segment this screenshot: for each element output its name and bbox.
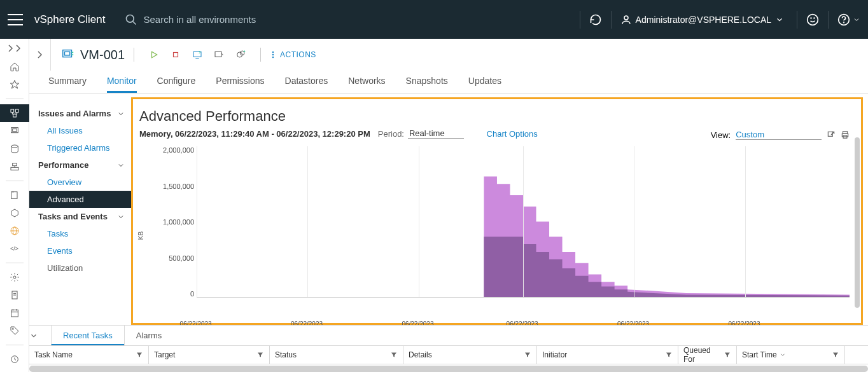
power-on-button[interactable] — [147, 48, 161, 62]
snapshot-button[interactable] — [234, 48, 248, 62]
svg-point-17 — [11, 145, 18, 148]
rail-global-icon[interactable] — [0, 222, 29, 240]
rail-network-icon[interactable] — [0, 158, 29, 176]
tab-summary[interactable]: Summary — [48, 76, 87, 93]
tree-item-utilization[interactable]: Utilization — [29, 259, 131, 277]
user-menu[interactable]: Administrator@VSPHERE.LOCAL — [620, 14, 788, 25]
tree-group[interactable]: Issues and Alarms — [29, 105, 131, 122]
refresh-button[interactable] — [589, 13, 602, 26]
svg-point-2 — [624, 16, 628, 20]
filter-icon[interactable] — [724, 351, 731, 359]
svg-marker-8 — [10, 80, 18, 88]
horizontal-scrollbar[interactable] — [29, 366, 868, 372]
tree-group[interactable]: Tasks and Events — [29, 208, 131, 225]
view-select[interactable]: Custom — [736, 130, 822, 140]
help-icon[interactable] — [837, 13, 860, 26]
breadcrumb-expand-icon[interactable] — [29, 39, 51, 71]
column-header-initiator[interactable]: Initiator — [537, 346, 678, 364]
search-icon[interactable] — [125, 13, 137, 26]
print-icon[interactable] — [841, 130, 850, 139]
svg-rect-10 — [15, 109, 18, 113]
tree-item-overview[interactable]: Overview — [29, 174, 131, 191]
panel-title: Advanced Performance — [139, 108, 850, 125]
rail-dev-icon[interactable]: </> — [0, 240, 29, 258]
popout-icon[interactable] — [827, 130, 836, 139]
svg-point-0 — [126, 15, 134, 22]
svg-rect-11 — [13, 114, 16, 117]
column-header-queued-for[interactable]: Queued For — [678, 346, 737, 364]
rail-tags-icon[interactable] — [0, 322, 29, 340]
tab-networks[interactable]: Networks — [348, 76, 385, 93]
column-header-details[interactable]: Details — [403, 346, 537, 364]
svg-rect-19 — [12, 163, 17, 166]
svg-rect-42 — [174, 53, 178, 57]
rail-workload-icon[interactable] — [0, 204, 29, 222]
app-title: vSphere Client — [34, 13, 106, 26]
power-off-button[interactable] — [169, 48, 183, 62]
filter-icon[interactable] — [256, 351, 264, 359]
svg-rect-16 — [12, 129, 17, 132]
tab-monitor[interactable]: Monitor — [107, 76, 137, 93]
tree-item-events[interactable]: Events — [29, 242, 131, 259]
actions-menu[interactable]: ACTIONS — [270, 50, 316, 59]
tab-snapshots[interactable]: Snapshots — [406, 76, 448, 93]
view-label: View: — [711, 130, 731, 140]
column-header-start-time[interactable]: Start Time — [737, 346, 845, 364]
bottom-collapse-icon[interactable] — [29, 331, 51, 340]
x-tick: 06/22/2023,11:50:00 AM — [401, 320, 437, 325]
filter-icon[interactable] — [524, 351, 531, 359]
y-axis-label: KB — [137, 231, 144, 240]
tab-datastores[interactable]: Datastores — [285, 76, 328, 93]
rail-tasks-icon[interactable] — [0, 286, 29, 304]
rail-home-icon[interactable] — [0, 58, 29, 76]
rail-expand-icon[interactable] — [8, 44, 22, 53]
rail-hosts-icon[interactable] — [0, 104, 29, 122]
svg-point-50 — [272, 52, 274, 53]
panel-scrollbar[interactable] — [855, 137, 860, 308]
svg-marker-41 — [152, 52, 157, 57]
tree-item-advanced[interactable]: Advanced — [29, 191, 131, 208]
rail-admin-icon[interactable] — [0, 268, 29, 286]
rail-shortcut-icon[interactable] — [0, 76, 29, 93]
x-tick: 06/22/2023,12:00:00 PM — [505, 320, 542, 325]
smiley-icon[interactable] — [806, 13, 819, 26]
period-label: Period: — [378, 129, 404, 139]
search-input[interactable] — [144, 14, 335, 25]
tree-item-all-issues[interactable]: All Issues — [29, 122, 131, 139]
filter-icon[interactable] — [136, 351, 143, 359]
period-select[interactable]: Real-time — [408, 128, 464, 139]
tab-configure[interactable]: Configure — [157, 76, 196, 93]
tab-recent-tasks[interactable]: Recent Tasks — [51, 326, 124, 346]
chart-options-link[interactable]: Chart Options — [487, 129, 538, 139]
tree-group[interactable]: Performance — [29, 156, 131, 174]
column-header-target[interactable]: Target — [149, 346, 270, 364]
rail-library-icon[interactable] — [0, 186, 29, 204]
rail-lifecycle-icon[interactable] — [0, 350, 29, 368]
rail-storage-icon[interactable] — [0, 140, 29, 158]
rail-vms-icon[interactable] — [0, 122, 29, 140]
chevron-down-icon — [853, 16, 860, 24]
svg-point-52 — [272, 57, 274, 58]
tree-item-tasks[interactable]: Tasks — [29, 225, 131, 242]
rail-events-icon[interactable] — [0, 304, 29, 322]
hamburger-menu-icon[interactable] — [8, 14, 23, 25]
tab-updates[interactable]: Updates — [468, 76, 501, 93]
svg-line-1 — [132, 21, 136, 24]
tab-alarms[interactable]: Alarms — [124, 326, 173, 346]
launch-console-button[interactable] — [190, 48, 204, 62]
svg-point-4 — [811, 18, 811, 18]
tab-permissions[interactable]: Permissions — [216, 76, 264, 93]
left-rail: </> — [0, 39, 29, 372]
filter-icon[interactable] — [390, 351, 398, 359]
filter-icon[interactable] — [665, 351, 673, 359]
edit-settings-button[interactable] — [212, 48, 226, 62]
task-table-header: Task NameTargetStatusDetailsInitiatorQue… — [29, 345, 868, 364]
chart-plot[interactable]: 06/22/2023,11:30:00 AM06/22/2023,11:40:0… — [197, 146, 850, 298]
column-header-status[interactable]: Status — [270, 346, 403, 364]
svg-rect-45 — [215, 52, 221, 57]
filter-icon[interactable] — [832, 351, 839, 359]
svg-rect-38 — [65, 52, 70, 55]
tree-item-triggered-alarms[interactable]: Triggered Alarms — [29, 139, 131, 156]
bottom-tabs: Recent Tasks Alarms — [29, 325, 868, 345]
column-header-task-name[interactable]: Task Name — [29, 346, 149, 364]
